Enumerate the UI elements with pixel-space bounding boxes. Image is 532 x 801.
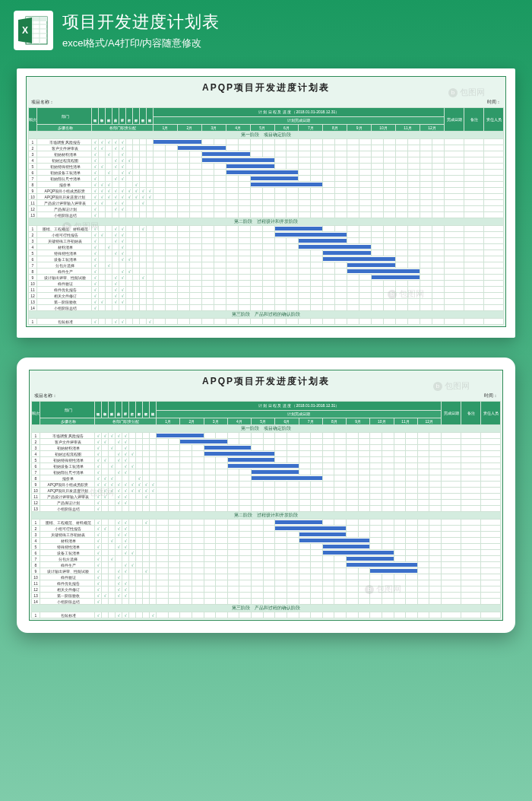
check-mark: √: [122, 170, 124, 175]
check-mark: √: [115, 251, 117, 256]
gantt-bar-cell: [322, 544, 370, 550]
gantt-bar-cell: [347, 562, 418, 568]
dept-header: 物流部: [147, 108, 154, 125]
step-name: 材料清单: [40, 538, 95, 544]
check-mark: √: [135, 189, 138, 193]
check-mark: √: [97, 563, 100, 567]
gantt-bar-cell: [250, 176, 299, 182]
table-row: 9APQP项目小组成员职责√√√√√√√√√: [32, 482, 501, 488]
check-mark: √: [94, 170, 97, 175]
gantt-bar: [370, 569, 417, 573]
check-mark: √: [125, 563, 127, 567]
check-mark: √: [97, 458, 100, 462]
check-mark: √: [125, 452, 127, 456]
gantt-bar: [202, 152, 250, 156]
check-mark: √: [131, 464, 134, 469]
table-row: 7分包方选择√√: [29, 262, 504, 269]
step-name: 小组可行性报告: [40, 526, 95, 532]
check-mark: √: [97, 476, 100, 481]
check-mark: √: [97, 464, 100, 469]
check-mark: √: [122, 257, 124, 262]
step-name: 初始过程流程图: [37, 157, 92, 164]
step-name: 设计输出评审、性能试验: [40, 568, 95, 574]
gantt-bar: [347, 563, 417, 567]
check-mark: √: [122, 189, 124, 193]
check-mark: √: [94, 195, 97, 199]
table-row: 3初始材料清单√√√: [29, 151, 504, 157]
gantt-bar-cell: [275, 520, 323, 526]
check-mark: √: [122, 251, 124, 256]
table-row: 13小组阶段总结√: [32, 506, 501, 512]
doc-title: APQP项目开发进度计划表: [31, 372, 501, 391]
step-name: 图纸、工程规范、材料规范: [37, 226, 92, 232]
check-mark: √: [94, 227, 97, 231]
check-mark: √: [101, 233, 103, 237]
table-row: 13小组阶段总结√: [29, 212, 504, 218]
check-mark: √: [115, 146, 117, 151]
step-name: APQP项目开发进度计划: [37, 194, 92, 200]
month-header: 2月: [180, 418, 204, 425]
step-name: 客户文件评审表: [37, 145, 92, 151]
step-name: 初始特殊特性清单: [37, 164, 92, 170]
check-mark: √: [145, 482, 147, 487]
col-owner: 责任人员: [481, 402, 501, 425]
step-name: 产品设计评审输入评审表: [37, 200, 92, 206]
gantt-bar-cell: [370, 568, 418, 574]
check-mark: √: [115, 294, 117, 298]
check-mark: √: [118, 593, 120, 598]
gantt-bar: [299, 245, 371, 249]
check-mark: √: [111, 488, 113, 493]
gantt-bar-cell: [226, 170, 299, 176]
check-mark: √: [97, 569, 100, 574]
table-row: 10样件验证√√: [29, 281, 504, 287]
check-mark: √: [94, 269, 97, 274]
check-mark: √: [122, 294, 124, 298]
check-mark: √: [94, 164, 97, 169]
step-name: 样件优化报告: [40, 580, 95, 586]
table-row: 7分包方选择√√: [32, 556, 501, 562]
check-mark: √: [145, 488, 147, 493]
dept-header: 工程部: [122, 402, 129, 418]
check-mark: √: [111, 557, 113, 561]
check-mark: √: [122, 319, 124, 324]
month-header: 3月: [201, 125, 226, 132]
gantt-bar-cell: [299, 532, 347, 538]
check-mark: √: [111, 464, 113, 469]
check-mark: √: [108, 263, 110, 268]
check-mark: √: [142, 189, 144, 193]
table-row: 13第一阶段验收√√√√: [29, 299, 504, 305]
dept-header: 品质部: [112, 108, 119, 125]
step-name: 报价单: [37, 182, 92, 188]
step-name: 初始设备工装清单: [40, 463, 95, 469]
step-name: 特殊特性清单: [37, 250, 92, 256]
check-mark: √: [152, 613, 154, 618]
check-mark: √: [138, 482, 141, 487]
check-mark: √: [145, 494, 147, 499]
check-mark: √: [115, 164, 117, 169]
check-mark: √: [115, 158, 117, 163]
gantt-bar-cell: [347, 269, 420, 275]
gantt-bar-cell: [322, 550, 394, 556]
check-mark: √: [101, 183, 103, 187]
check-mark: √: [118, 501, 120, 505]
table-row: 1图纸、工程规范、材料规范√√√√: [29, 226, 504, 232]
excel-icon: X: [14, 11, 53, 50]
check-mark: √: [122, 201, 124, 205]
check-mark: √: [125, 501, 127, 505]
step-name: 样件生产: [37, 269, 92, 275]
check-mark: √: [115, 239, 117, 243]
month-header: 1月: [157, 418, 180, 425]
table-row: 5特殊特性清单√√√: [29, 250, 504, 256]
check-mark: √: [118, 452, 120, 456]
step-name: 初始部分尺寸清单: [40, 469, 95, 475]
month-header: 7月: [299, 125, 323, 132]
table-row: 7初始部分尺寸清单√√√: [29, 176, 504, 182]
check-mark: √: [111, 476, 113, 481]
gantt-bar: [178, 146, 226, 150]
check-mark: √: [131, 551, 134, 555]
phase-2-title: 第二阶段 过程设计和开发阶段: [29, 218, 504, 226]
table-row: 1图纸、工程规范、材料规范√√√√: [32, 520, 501, 526]
check-mark: √: [97, 488, 100, 493]
step-name: 小组阶段总结: [37, 212, 92, 218]
table-row: 2客户文件评审表√√√√: [32, 439, 501, 445]
